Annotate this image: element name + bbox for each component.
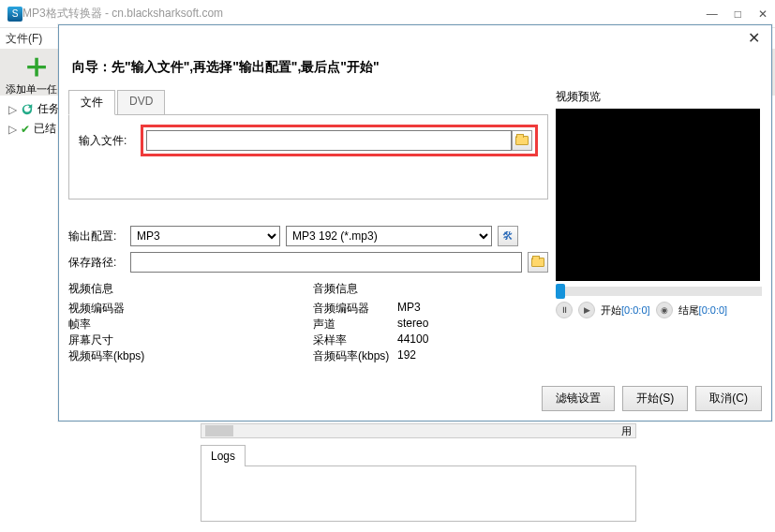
main-logs-area: 用 Logs	[201, 423, 636, 522]
tab-dvd[interactable]: DVD	[117, 90, 165, 115]
close-button[interactable]: ✕	[758, 7, 768, 21]
video-info-header: 视频信息	[68, 281, 304, 297]
horizontal-scrollbar[interactable]: 用	[201, 423, 636, 438]
file-panel: 输入文件:	[68, 115, 548, 200]
filter-settings-button[interactable]: 滤镜设置	[542, 386, 615, 411]
folder-icon	[531, 258, 544, 267]
audio-codec-value: MP3	[397, 301, 454, 317]
check-icon: ✔	[21, 123, 30, 136]
mark-button[interactable]: ◉	[656, 302, 673, 318]
preview-slider[interactable]	[556, 287, 762, 296]
audio-codec-label: 音频编码器	[313, 301, 397, 317]
browse-save-button[interactable]	[528, 252, 548, 273]
logs-box	[201, 466, 636, 522]
audio-bitrate-value: 192	[397, 348, 454, 364]
start-time-value: [0:0:0]	[621, 304, 650, 316]
save-path-label: 保存路径:	[68, 255, 125, 271]
output-type-select[interactable]: MP3	[130, 226, 280, 246]
dialog-titlebar: ✕	[59, 25, 771, 50]
audio-bitrate-label: 音频码率(kbps)	[313, 348, 397, 364]
caret-icon: ▷	[7, 103, 17, 116]
folder-icon	[515, 136, 529, 145]
audio-sample-value: 44100	[397, 332, 454, 348]
logs-tab[interactable]: Logs	[201, 445, 246, 466]
app-icon: S	[7, 7, 22, 22]
audio-channel-label: 声道	[313, 317, 397, 332]
play-button[interactable]: ▶	[578, 302, 595, 318]
play-controls: ⏸ ▶ 开始[0:0:0] ◉ 结尾[0:0:0]	[556, 302, 762, 318]
input-tabs: 文件 DVD	[68, 89, 548, 115]
maximize-button[interactable]: □	[735, 7, 741, 21]
audio-info: 音频信息 音频编码器MP3 声道stereo 采样率44100 音频码率(kbp…	[313, 281, 548, 364]
dialog-close-button[interactable]: ✕	[744, 29, 764, 47]
caret-icon: ▷	[7, 123, 17, 136]
end-time-value: [0:0:0]	[699, 304, 728, 316]
slider-thumb[interactable]	[556, 284, 565, 299]
start-button[interactable]: 开始(S)	[622, 386, 688, 411]
pause-button[interactable]: ⏸	[556, 302, 573, 318]
tree-item-label: 任务	[37, 101, 60, 117]
window-title: MP3格式转换器 - cn.blacksharksoft.com	[22, 6, 707, 22]
input-highlight-box	[141, 125, 538, 156]
tab-file[interactable]: 文件	[68, 90, 115, 115]
wizard-instruction: 向导：先"输入文件",再选择"输出配置",最后点"开始"	[59, 50, 771, 89]
video-info: 视频信息 视频编码器 帧率 屏幕尺寸 视频码率(kbps)	[68, 281, 304, 364]
video-bitrate-label: 视频码率(kbps)	[68, 348, 153, 364]
audio-channel-value: stereo	[397, 317, 454, 332]
audio-info-header: 音频信息	[313, 281, 548, 297]
wizard-dialog: ✕ 向导：先"输入文件",再选择"输出配置",最后点"开始" 文件 DVD 输入…	[58, 24, 772, 421]
start-time-label: 开始	[601, 304, 621, 316]
audio-sample-label: 采样率	[313, 332, 397, 348]
menu-file[interactable]: 文件(F)	[6, 31, 42, 47]
input-file-field[interactable]	[146, 130, 512, 151]
cancel-button[interactable]: 取消(C)	[695, 386, 762, 411]
tree-item-label: 已结	[34, 121, 56, 137]
video-fps-label: 帧率	[68, 317, 153, 332]
preview-label: 视频预览	[556, 89, 762, 105]
scrollbar-thumb[interactable]	[205, 425, 233, 436]
output-config-label: 输出配置:	[68, 229, 125, 244]
video-codec-label: 视频编码器	[68, 301, 153, 317]
refresh-icon	[21, 103, 34, 116]
browse-input-button[interactable]	[512, 130, 532, 151]
minimize-button[interactable]: —	[707, 7, 718, 21]
video-size-label: 屏幕尺寸	[68, 332, 153, 348]
end-time-label: 结尾	[678, 304, 699, 316]
save-path-field[interactable]	[130, 252, 522, 273]
input-file-label: 输入文件:	[79, 133, 135, 149]
video-preview	[556, 109, 760, 281]
logs-use-label: 用	[621, 424, 632, 438]
config-button[interactable]: 🛠	[498, 226, 518, 246]
wrench-icon: 🛠	[502, 229, 514, 243]
output-preset-select[interactable]: MP3 192 (*.mp3)	[286, 226, 492, 246]
